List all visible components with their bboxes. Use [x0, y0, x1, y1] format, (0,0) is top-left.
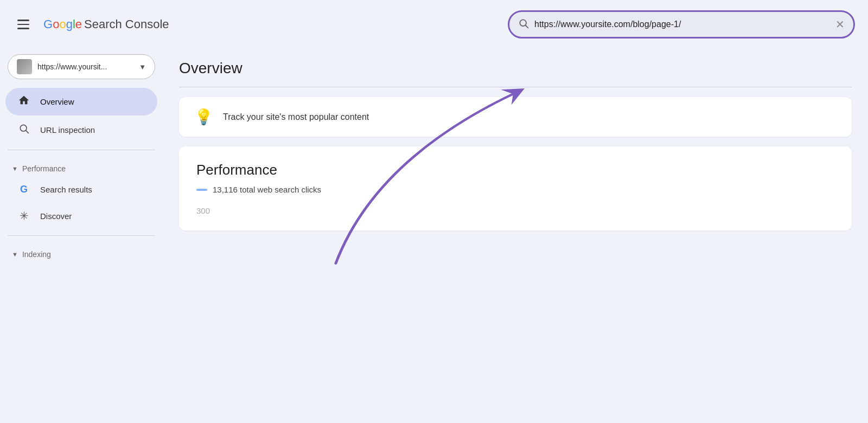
logo-product-name: Search Console	[84, 17, 169, 31]
hamburger-menu[interactable]	[13, 15, 34, 34]
indexing-section-header[interactable]: ▼ Indexing	[0, 242, 163, 262]
indexing-caret-icon: ▼	[12, 251, 18, 258]
tip-card: 💡 Track your site's most popular content	[179, 97, 852, 137]
page-title: Overview	[179, 60, 852, 77]
chart-y-label: 300	[196, 203, 834, 215]
search-results-icon: G	[16, 184, 31, 195]
indexing-section-label: Indexing	[22, 250, 51, 259]
logo-letter-g2: g	[66, 17, 73, 31]
logo-letter-o2: o	[59, 17, 66, 31]
tip-lightbulb-icon: 💡	[194, 108, 213, 126]
tip-text: Track your site's most popular content	[223, 112, 369, 122]
nav-divider-1	[8, 150, 155, 150]
clear-search-button[interactable]: ✕	[835, 18, 845, 31]
performance-metric-row: 13,116 total web search clicks	[196, 185, 834, 194]
sidebar: https://www.yoursit... ▼ Overview URL in…	[0, 49, 163, 423]
site-url-label: https://www.yoursit...	[37, 62, 133, 71]
logo-letter-e: e	[75, 17, 82, 31]
overview-icon	[16, 94, 31, 109]
title-divider	[179, 87, 852, 87]
search-icon	[518, 18, 529, 31]
performance-card: Performance 13,116 total web search clic…	[179, 146, 852, 230]
performance-card-title: Performance	[196, 162, 834, 178]
logo-letter-o1: o	[53, 17, 59, 31]
url-inspection-icon	[16, 123, 31, 137]
app-logo: G o o g l e Search Console	[43, 17, 169, 31]
logo-letter-g: G	[43, 17, 53, 31]
metric-clicks-label: 13,116 total web search clicks	[213, 185, 321, 194]
svg-line-1	[526, 25, 528, 28]
svg-line-3	[26, 131, 29, 133]
main-content: Overview 💡 Track your site's most popula…	[163, 49, 868, 423]
sidebar-item-url-inspection-label: URL inspection	[40, 125, 95, 134]
site-favicon	[17, 59, 32, 74]
url-search-input[interactable]	[534, 20, 830, 29]
sidebar-item-search-results-label: Search results	[40, 185, 92, 194]
google-wordmark: G o o g l e	[43, 17, 82, 31]
site-selector[interactable]: https://www.yoursit... ▼	[8, 54, 155, 79]
url-search-bar[interactable]: ✕	[508, 10, 855, 39]
site-selector-chevron-icon: ▼	[139, 63, 146, 71]
performance-section-label: Performance	[22, 164, 66, 173]
sidebar-item-overview[interactable]: Overview	[5, 88, 157, 116]
sidebar-item-search-results[interactable]: G Search results	[5, 177, 157, 202]
app-body: https://www.yoursit... ▼ Overview URL in…	[0, 49, 868, 423]
metric-dash-icon	[196, 189, 207, 191]
sidebar-item-discover-label: Discover	[40, 211, 72, 221]
discover-icon: ✳	[16, 209, 31, 222]
topbar: G o o g l e Search Console ✕	[0, 0, 868, 49]
sidebar-item-url-inspection[interactable]: URL inspection	[5, 117, 157, 143]
sidebar-item-overview-label: Overview	[40, 97, 74, 106]
nav-divider-2	[8, 235, 155, 236]
performance-section-header[interactable]: ▼ Performance	[0, 157, 163, 176]
performance-caret-icon: ▼	[12, 165, 18, 172]
sidebar-item-discover[interactable]: ✳ Discover	[5, 203, 157, 229]
